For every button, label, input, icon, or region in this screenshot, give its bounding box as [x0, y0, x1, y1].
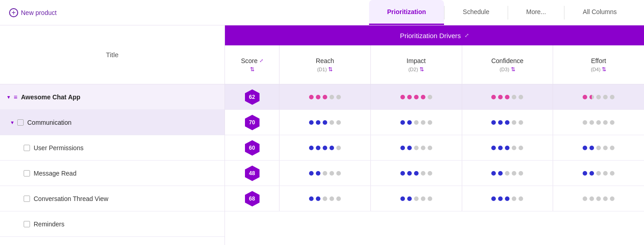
- score-badge-conversation-thread: 48: [244, 165, 261, 182]
- dot: [316, 171, 320, 176]
- confidence-sort-icon[interactable]: ⇅: [511, 66, 515, 73]
- right-panel: Prioritization Drivers ⤢ Score ⤢ ⇅ Reach: [225, 25, 644, 245]
- dot: [414, 120, 419, 125]
- dot: [309, 95, 314, 99]
- group-row-awesome-chat[interactable]: ▾ ≡ Awesome Chat App: [0, 84, 225, 110]
- effort-cell-reminders: [553, 186, 644, 211]
- impact-cell-message-read: [371, 135, 462, 160]
- group-title: Awesome Chat App: [21, 93, 80, 101]
- dot: [498, 196, 503, 201]
- item-row-user-permissions[interactable]: User Permissions: [0, 135, 225, 161]
- dot: [583, 196, 587, 201]
- item-title-user-permissions: User Permissions: [34, 144, 84, 152]
- col-header-reach: Reach (D1) ⇅: [280, 45, 371, 84]
- dot: [421, 95, 425, 99]
- dot: [428, 171, 432, 176]
- dot: [414, 171, 419, 176]
- score-expand-icon[interactable]: ⤢: [260, 58, 263, 63]
- tab-more[interactable]: More...: [508, 0, 564, 25]
- col-header-impact: Impact (D2) ⇅: [371, 45, 462, 84]
- confidence-cell-user-permissions: [462, 110, 554, 135]
- item-row-conversation-thread[interactable]: Conversation Thread View: [0, 186, 225, 211]
- score-cell-communication: 62: [225, 84, 280, 109]
- score-cell-message-read: 60: [225, 135, 280, 160]
- dot: [583, 95, 587, 99]
- confidence-dots-communication: [491, 95, 523, 99]
- dot: [589, 171, 594, 176]
- dot: [316, 146, 320, 150]
- dot: [428, 146, 432, 150]
- impact-cell-conversation-thread: [371, 161, 462, 186]
- item-checkbox-message-read[interactable]: [24, 170, 30, 176]
- tab-prioritization[interactable]: Prioritization: [369, 0, 444, 25]
- dot: [519, 120, 523, 125]
- item-title-reminders: Reminders: [34, 220, 65, 228]
- col-header-score: Score ⤢ ⇅: [225, 45, 280, 84]
- dot: [512, 196, 516, 201]
- dot: [329, 95, 334, 99]
- dot: [323, 146, 327, 150]
- dot: [583, 171, 587, 176]
- effort-dots-communication: [583, 95, 614, 99]
- confidence-cell-message-read: [462, 135, 554, 160]
- dot: [498, 171, 503, 176]
- category-checkbox-communication[interactable]: [17, 119, 24, 126]
- expand-icon[interactable]: ⤢: [464, 32, 469, 39]
- dot: [491, 171, 496, 176]
- item-checkbox-user-permissions[interactable]: [24, 145, 30, 151]
- dot: [309, 196, 314, 201]
- dot: [596, 120, 601, 125]
- drivers-header: Prioritization Drivers ⤢: [225, 25, 644, 45]
- dot: [505, 120, 509, 125]
- item-checkbox-reminders[interactable]: [24, 221, 30, 227]
- dot: [421, 120, 425, 125]
- effort-sort-icon[interactable]: ⇅: [602, 66, 606, 73]
- category-row-communication[interactable]: ▾ Communication: [0, 110, 225, 135]
- dot: [329, 146, 334, 150]
- confidence-cell-communication: [462, 84, 554, 109]
- top-nav: + New product Prioritization Schedule Mo…: [0, 0, 644, 25]
- reach-cell-conversation-thread: [280, 161, 371, 186]
- dot: [329, 120, 334, 125]
- tab-schedule[interactable]: Schedule: [444, 0, 507, 25]
- dot: [610, 120, 614, 125]
- confidence-cell-reminders: [462, 186, 554, 211]
- dot: [336, 95, 341, 99]
- dot: [400, 146, 405, 150]
- item-checkbox-conversation-thread[interactable]: [24, 196, 30, 202]
- col-header-effort: Effort (D4) ⇅: [553, 45, 644, 84]
- dot: [583, 146, 587, 150]
- data-row-reminders: 68: [225, 186, 644, 211]
- dot: [336, 120, 341, 125]
- dot: [505, 95, 509, 99]
- dot: [589, 95, 594, 99]
- tab-all-columns[interactable]: All Columns: [564, 0, 635, 25]
- dot: [336, 171, 341, 176]
- dot: [519, 196, 523, 201]
- new-product-button[interactable]: + New product: [9, 8, 57, 17]
- dot: [428, 95, 432, 99]
- score-sort-icon[interactable]: ⇅: [250, 66, 255, 73]
- dot: [610, 95, 614, 99]
- dot: [610, 146, 614, 150]
- group-chevron-icon[interactable]: ▾: [7, 94, 10, 100]
- dot: [603, 196, 608, 201]
- dot: [505, 171, 509, 176]
- dot: [428, 196, 432, 201]
- dot: [336, 196, 341, 201]
- reach-cell-communication: [280, 84, 371, 109]
- dot: [421, 196, 425, 201]
- plus-icon: +: [9, 8, 18, 17]
- dot: [323, 171, 327, 176]
- dot: [407, 120, 412, 125]
- dot: [603, 95, 608, 99]
- effort-cell-message-read: [553, 135, 644, 160]
- dot: [596, 196, 601, 201]
- category-chevron-icon[interactable]: ▾: [11, 119, 14, 126]
- item-row-message-read[interactable]: Message Read: [0, 161, 225, 186]
- score-cell-conversation-thread: 48: [225, 161, 280, 186]
- reach-sort-icon[interactable]: ⇅: [328, 66, 333, 73]
- main-content: Title ▾ ≡ Awesome Chat App ▾ Communicati…: [0, 25, 644, 245]
- impact-sort-icon[interactable]: ⇅: [419, 66, 424, 73]
- item-row-reminders[interactable]: Reminders: [0, 211, 225, 237]
